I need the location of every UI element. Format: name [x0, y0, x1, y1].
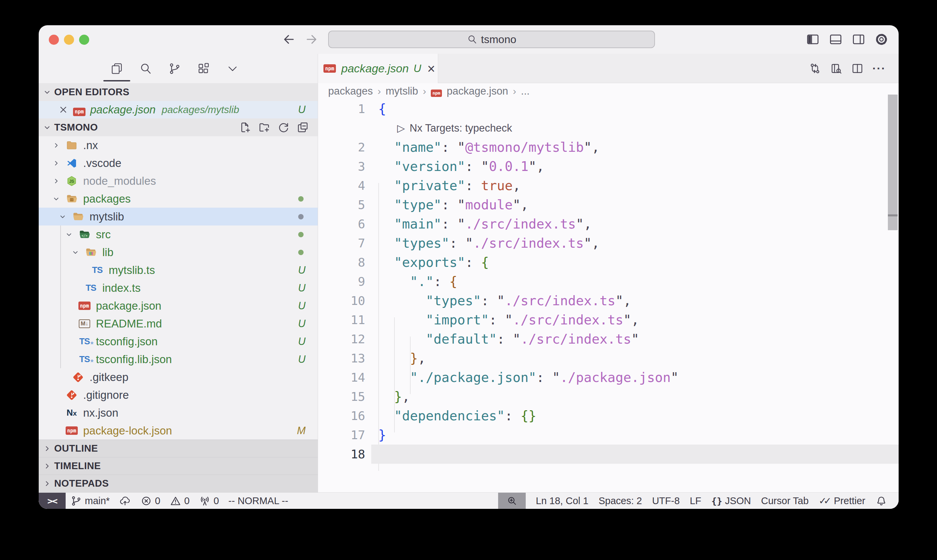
tree-item-tsconfig-lib-json[interactable]: TS*tsconfig.lib.jsonU	[39, 350, 318, 368]
code-line-18: 18	[318, 445, 899, 464]
panel-header-outline[interactable]: OUTLINE	[39, 440, 318, 457]
tree-item-label: .gitkeep	[89, 371, 129, 384]
tree-item--nx[interactable]: .nx	[39, 136, 318, 154]
panel-header-notepads[interactable]: NOTEPADS	[39, 474, 318, 492]
status-label: LF	[690, 495, 702, 506]
status-warnings[interactable]: 0	[170, 495, 189, 507]
tab-package-json[interactable]: npm package.json U ×	[318, 54, 438, 83]
split-editor-icon[interactable]	[851, 62, 864, 75]
code-text: "name": "@tsmono/mytslib",	[378, 140, 599, 155]
open-editors-header[interactable]: OPEN EDITORS	[39, 83, 318, 101]
extensions-icon[interactable]	[197, 62, 210, 75]
tree-item-packages[interactable]: packages	[39, 190, 318, 208]
status-prettier[interactable]: ✓✓Prettier	[819, 495, 865, 506]
breadcrumb-item[interactable]: mytslib	[386, 85, 418, 97]
command-center-search[interactable]: tsmono	[328, 31, 655, 48]
status-zoom[interactable]	[498, 493, 526, 509]
git-status-badge: U	[298, 300, 306, 312]
status-notifications[interactable]	[875, 495, 887, 507]
status-publish[interactable]	[119, 495, 131, 507]
gear-icon[interactable]	[874, 32, 889, 46]
status-language-mode[interactable]: {}JSON	[711, 495, 751, 506]
code-editor[interactable]: 1{▷Nx Targets: typecheck2 "name": "@tsmo…	[318, 99, 899, 464]
chevron-down-icon	[65, 231, 73, 238]
tree-item-package-json[interactable]: npmpackage.jsonU	[39, 297, 318, 315]
tree-item-tsconfig-json[interactable]: TS*tsconfig.jsonU	[39, 332, 318, 350]
tree-item-index-ts[interactable]: TSindex.tsU	[39, 279, 318, 297]
code-text: {	[378, 101, 386, 117]
tree-item-node-modules[interactable]: JSnode_modules	[39, 172, 318, 190]
remote-indicator[interactable]: ><	[39, 493, 66, 509]
status-cursor-position[interactable]: Ln 18, Col 1	[536, 495, 588, 506]
minimize-window-button[interactable]	[64, 35, 74, 45]
status-vim-mode[interactable]: -- NORMAL --	[229, 495, 288, 506]
codelens-nx-targets[interactable]: ▷Nx Targets: typecheck	[378, 122, 512, 134]
code-text: },	[378, 389, 410, 404]
panel-label: TIMELINE	[54, 460, 101, 471]
more-actions-icon[interactable]: ···	[872, 62, 886, 75]
status-label: 0	[184, 495, 189, 506]
zoom-window-button[interactable]	[79, 35, 89, 45]
close-editor-icon[interactable]	[58, 105, 68, 115]
status-errors[interactable]: 0	[140, 495, 160, 507]
close-tab-icon[interactable]: ×	[427, 62, 435, 75]
collapse-all-icon[interactable]	[297, 121, 309, 134]
sidebar: OPEN EDITORS npm package.json packages/m…	[39, 54, 318, 492]
line-number: 16	[318, 409, 365, 423]
toggle-secondary-sidebar-icon[interactable]	[851, 32, 866, 46]
code-line-17: 17}	[318, 425, 899, 445]
code-line-9: 9 ".": {	[318, 272, 899, 291]
status-ports[interactable]: 0	[199, 495, 219, 507]
forward-icon[interactable]	[305, 32, 319, 46]
tree-item--vscode[interactable]: .vscode	[39, 154, 318, 172]
panel-header-timeline[interactable]: TIMELINE	[39, 457, 318, 474]
chevron-down-icon	[58, 213, 67, 221]
svg-text:JS: JS	[69, 179, 74, 183]
breadcrumb-item[interactable]: packages	[328, 85, 373, 97]
toggle-primary-sidebar-icon[interactable]	[806, 32, 820, 46]
source-control-icon[interactable]	[168, 62, 182, 75]
explorer-root-header[interactable]: TSMONO	[39, 118, 318, 136]
new-folder-icon[interactable]	[258, 121, 271, 134]
breadcrumb: packages›mytslib›npmpackage.json›...	[318, 83, 899, 99]
tree-item-package-lock-json[interactable]: npmpackage-lock.jsonM	[39, 422, 318, 440]
breadcrumb-item[interactable]: package.json	[447, 85, 508, 97]
tree-item--gitkeep[interactable]: .gitkeep	[39, 368, 318, 386]
code-line-11: 11 "import": "./src/index.ts",	[318, 310, 899, 329]
chevron-down-icon[interactable]	[226, 62, 239, 75]
toggle-panel-icon[interactable]	[829, 32, 843, 46]
back-icon[interactable]	[282, 32, 296, 46]
changes-icon[interactable]	[809, 62, 821, 75]
tree-item-readme-md[interactable]: M↓README.mdU	[39, 315, 318, 332]
run-icon[interactable]: ▷	[397, 122, 405, 134]
refresh-icon[interactable]	[277, 121, 290, 134]
editor-scrollbar[interactable]	[888, 95, 898, 230]
tree-item--gitignore[interactable]: .gitignore	[39, 386, 318, 404]
status-git-branch[interactable]: main*	[70, 495, 110, 507]
tree-item-lib[interactable]: lib	[39, 243, 318, 261]
search-icon[interactable]	[139, 62, 152, 75]
status-encoding[interactable]: UTF-8	[652, 495, 680, 506]
tree-item-mytslib-ts[interactable]: TSmytslib.tsU	[39, 261, 318, 279]
open-editor-item[interactable]: npm package.json packages/mytslib U	[39, 101, 318, 118]
line-number: 4	[318, 179, 365, 192]
git-status-dot	[298, 250, 303, 255]
git-status-badge: U	[298, 264, 306, 276]
tree-item-src[interactable]: </>src	[39, 226, 318, 243]
codelens-row[interactable]: ▷Nx Targets: typecheck	[318, 118, 899, 138]
code-text: "exports": {	[378, 255, 489, 270]
code-text: "private": true,	[378, 178, 521, 193]
preview-search-icon[interactable]	[830, 62, 842, 75]
chevron-right-icon	[43, 444, 51, 453]
tree-item-nx-json[interactable]: Nxnx.json	[39, 404, 318, 422]
status-cursor-tab[interactable]: Cursor Tab	[761, 495, 808, 506]
breadcrumb-item[interactable]: ...	[521, 85, 530, 97]
files-icon[interactable]	[110, 62, 123, 75]
code-line-2: 2 "name": "@tsmono/mytslib",	[318, 138, 899, 157]
status-eol[interactable]: LF	[690, 495, 702, 506]
close-window-button[interactable]	[49, 35, 59, 45]
tree-item-mytslib[interactable]: mytslib	[39, 208, 318, 226]
new-file-icon[interactable]	[239, 121, 251, 134]
status-indentation[interactable]: Spaces: 2	[599, 495, 642, 506]
warning-icon	[170, 495, 182, 507]
